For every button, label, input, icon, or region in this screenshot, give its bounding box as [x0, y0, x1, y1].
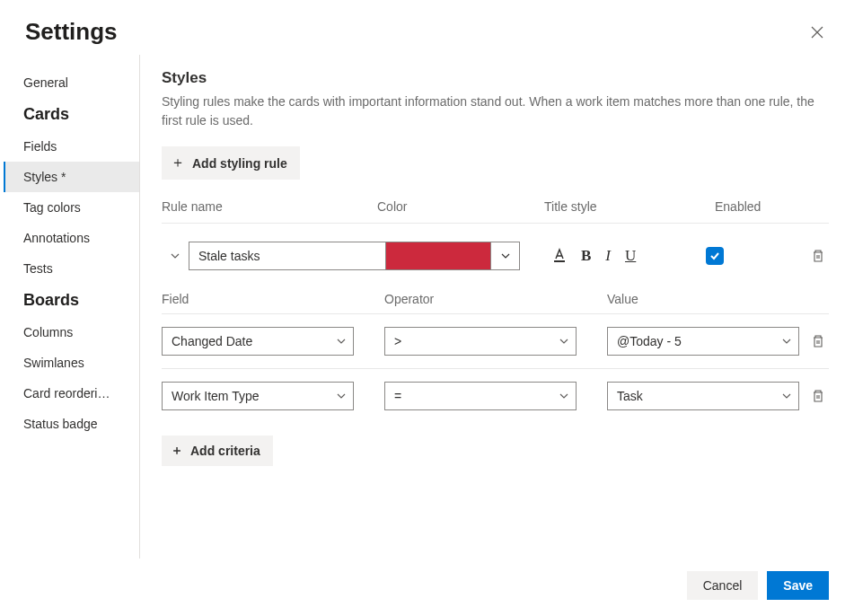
delete-criteria-button[interactable] [807, 330, 829, 352]
sidebar-item-annotations[interactable]: Annotations [4, 223, 139, 253]
criteria-value-select[interactable] [607, 327, 799, 356]
sidebar-item-status-badge[interactable]: Status badge [4, 409, 139, 439]
settings-sidebar: General Cards Fields Styles * Tag colors… [4, 55, 140, 559]
expand-rule-toggle[interactable] [162, 251, 189, 261]
page-title: Styles [162, 69, 829, 87]
criteria-field-select[interactable] [162, 382, 354, 410]
add-styling-rule-button[interactable]: ＋ Add styling rule [162, 146, 300, 180]
color-swatch [386, 242, 490, 269]
column-header-color: Color [377, 199, 544, 214]
add-criteria-button[interactable]: ＋ Add criteria [162, 436, 273, 466]
font-color-icon [552, 248, 567, 264]
criteria-value-select[interactable] [607, 382, 799, 410]
criteria-row [162, 368, 829, 423]
close-icon [811, 26, 823, 39]
trash-icon [811, 249, 825, 263]
column-header-enabled: Enabled [715, 199, 829, 214]
save-button[interactable]: Save [767, 571, 829, 600]
style-rule-row: B I U Field Operator [162, 223, 829, 479]
cancel-button[interactable]: Cancel [687, 571, 759, 600]
criteria-field-select[interactable] [162, 327, 354, 356]
rule-name-input[interactable] [189, 242, 386, 270]
sidebar-item-tests[interactable]: Tests [4, 253, 139, 284]
sidebar-item-columns[interactable]: Columns [4, 317, 139, 348]
trash-icon [811, 334, 825, 348]
add-rule-label: Add styling rule [192, 156, 287, 171]
plus-icon: ＋ [171, 154, 185, 172]
underline-button[interactable]: U [623, 245, 638, 267]
criteria-operator-select[interactable] [384, 327, 577, 356]
chevron-down-icon [500, 251, 511, 261]
sidebar-item-swimlanes[interactable]: Swimlanes [4, 348, 139, 378]
plus-icon: ＋ [171, 443, 183, 459]
italic-button[interactable]: I [603, 245, 612, 267]
delete-criteria-button[interactable] [807, 385, 829, 407]
add-criteria-label: Add criteria [190, 444, 260, 458]
bold-button[interactable]: B [579, 245, 593, 267]
color-dropdown-toggle[interactable] [490, 242, 519, 269]
svg-rect-0 [554, 260, 565, 262]
color-picker[interactable] [386, 242, 520, 270]
sidebar-heading-cards: Cards [4, 98, 139, 131]
enabled-checkbox[interactable] [706, 247, 724, 265]
criteria-row [162, 313, 829, 368]
check-icon [709, 251, 720, 261]
font-color-button[interactable] [550, 246, 568, 266]
page-description: Styling rules make the cards with import… [162, 92, 829, 130]
chevron-down-icon [170, 251, 180, 261]
dialog-title: Settings [25, 18, 118, 46]
column-header-name: Rule name [162, 199, 377, 214]
sidebar-item-styles[interactable]: Styles * [4, 162, 139, 192]
sidebar-item-tag-colors[interactable]: Tag colors [4, 192, 139, 223]
criteria-header-operator: Operator [384, 292, 607, 306]
sidebar-item-card-reordering[interactable]: Card reorderi… [4, 378, 139, 409]
criteria-header-field: Field [162, 292, 384, 306]
close-button[interactable] [806, 21, 829, 44]
trash-icon [811, 389, 825, 403]
column-header-title-style: Title style [544, 199, 715, 214]
criteria-operator-select[interactable] [384, 382, 577, 410]
criteria-header-value: Value [607, 292, 829, 306]
delete-rule-button[interactable] [807, 245, 829, 267]
sidebar-item-general[interactable]: General [4, 67, 139, 98]
sidebar-item-fields[interactable]: Fields [4, 131, 139, 162]
sidebar-heading-boards: Boards [4, 284, 139, 317]
